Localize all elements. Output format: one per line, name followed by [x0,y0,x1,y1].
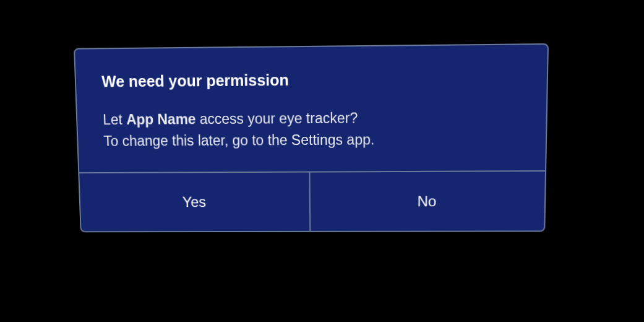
dialog-title: We need your permission [101,69,520,90]
no-button[interactable]: No [310,172,545,231]
dialog-message: Let App Name access your eye tracker? To… [103,107,520,152]
yes-button[interactable]: Yes [79,173,311,232]
dialog-body: We need your permission Let App Name acc… [75,45,547,172]
permission-dialog-container: We need your permission Let App Name acc… [74,46,544,233]
dialog-app-name: App Name [126,111,196,128]
dialog-message-line2: To change this later, go to the Settings… [103,128,519,151]
dialog-message-prefix: Let [103,111,127,128]
dialog-button-row: Yes No [79,170,545,231]
permission-dialog: We need your permission Let App Name acc… [74,43,549,232]
dialog-message-suffix: access your eye tracker? [195,110,358,127]
dialog-message-line1: Let App Name access your eye tracker? [103,107,520,131]
